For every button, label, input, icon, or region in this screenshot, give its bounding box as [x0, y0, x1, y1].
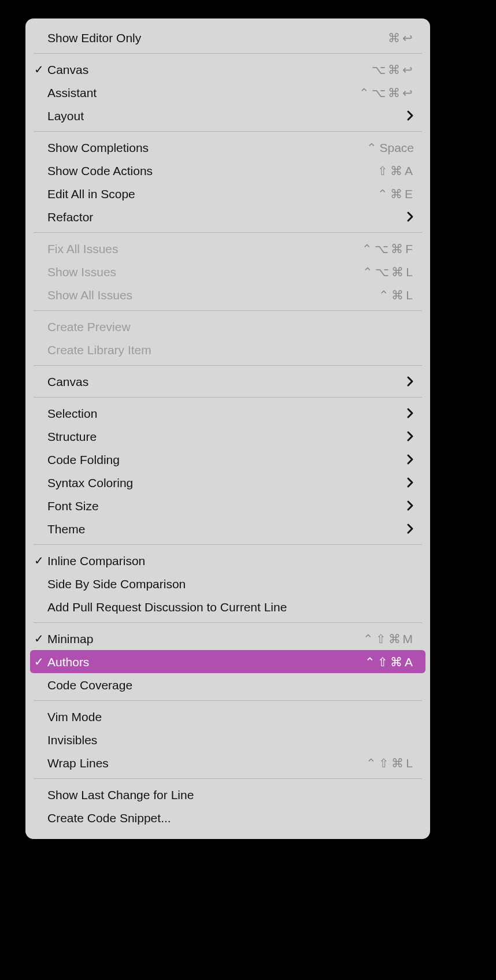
- menu-item-label: Code Coverage: [47, 679, 414, 691]
- shortcut: ⌃⇧⌘L: [366, 757, 414, 769]
- menu-item-label: Create Library Item: [47, 344, 414, 356]
- menu-item-label: Invisibles: [47, 734, 414, 746]
- menu-item-label: Add Pull Request Discussion to Current L…: [47, 601, 414, 613]
- menu-item-font-size[interactable]: Font Size: [30, 494, 425, 517]
- menu-item-label: Edit All in Scope: [47, 188, 377, 200]
- shortcut: ⌥⌘↩: [372, 64, 414, 76]
- chevron-right-icon: [406, 477, 414, 488]
- chevron-right-icon: [406, 211, 414, 222]
- menu-item-label: Show All Issues: [47, 289, 379, 301]
- menu-item-label: Refactor: [47, 211, 406, 223]
- menu-item-label: Selection: [47, 407, 406, 420]
- menu-item-label: Vim Mode: [47, 711, 414, 723]
- menu-item-label: Authors: [47, 656, 365, 668]
- menu-item-label: Create Code Snippet...: [47, 812, 414, 824]
- chevron-right-icon: [406, 523, 414, 534]
- menu-item-label: Create Preview: [47, 321, 414, 333]
- menu-item-label: Side By Side Comparison: [47, 578, 414, 590]
- menu-item-assistant[interactable]: Assistant⌃⌥⌘↩: [30, 81, 425, 104]
- chevron-right-icon: [406, 407, 414, 419]
- shortcut: ⌃⌥⌘F: [362, 243, 414, 255]
- menu-item-label: Canvas: [47, 64, 372, 76]
- menu-item-label: Inline Comparison: [47, 555, 414, 567]
- menu-separator: [34, 232, 422, 233]
- menu-group: Vim ModeInvisiblesWrap Lines⌃⇧⌘L: [25, 703, 430, 776]
- menu-item-show-last-change-for-line[interactable]: Show Last Change for Line: [30, 783, 425, 806]
- menu-item-inline-comparison[interactable]: ✓Inline Comparison: [30, 549, 425, 572]
- menu-item-fix-all-issues: Fix All Issues⌃⌥⌘F: [30, 237, 425, 260]
- menu-item-syntax-coloring[interactable]: Syntax Coloring: [30, 471, 425, 494]
- menu-group: Show Editor Only⌘↩: [25, 24, 430, 51]
- menu-item-refactor[interactable]: Refactor: [30, 205, 425, 228]
- menu-item-authors[interactable]: ✓Authors⌃⇧⌘A: [30, 650, 425, 673]
- menu-item-structure[interactable]: Structure: [30, 425, 425, 448]
- shortcut: ⌃⇧⌘M: [363, 633, 414, 645]
- menu-item-label: Assistant: [47, 87, 359, 99]
- menu-item-code-folding[interactable]: Code Folding: [30, 448, 425, 471]
- menu-separator: [34, 397, 422, 398]
- shortcut: ⌃⌥⌘↩: [359, 87, 414, 99]
- menu-item-show-all-issues: Show All Issues⌃⌘L: [30, 283, 425, 306]
- menu-item-show-editor-only[interactable]: Show Editor Only⌘↩: [30, 26, 425, 49]
- menu-item-canvas[interactable]: ✓Canvas⌥⌘↩: [30, 58, 425, 81]
- menu-item-show-code-actions[interactable]: Show Code Actions⇧⌘A: [30, 159, 425, 182]
- menu-separator: [34, 53, 422, 54]
- menu-item-show-issues: Show Issues⌃⌥⌘L: [30, 260, 425, 283]
- chevron-right-icon: [406, 500, 414, 511]
- checkmark-icon: ✓: [30, 633, 47, 644]
- menu-group: ✓Minimap⌃⇧⌘M✓Authors⌃⇧⌘ACode Coverage: [25, 625, 430, 698]
- menu-item-label: Show Editor Only: [47, 32, 388, 44]
- menu-item-side-by-side-comparison[interactable]: Side By Side Comparison: [30, 572, 425, 595]
- menu-separator: [34, 700, 422, 701]
- menu-group: SelectionStructureCode FoldingSyntax Col…: [25, 400, 430, 542]
- menu-item-label: Show Issues: [47, 266, 362, 278]
- menu-separator: [34, 544, 422, 545]
- shortcut: ⌃⌘L: [379, 289, 414, 301]
- menu-group: ✓Canvas⌥⌘↩Assistant⌃⌥⌘↩Layout: [25, 56, 430, 129]
- menu-item-minimap[interactable]: ✓Minimap⌃⇧⌘M: [30, 627, 425, 650]
- checkmark-icon: ✓: [30, 656, 47, 667]
- menu-separator: [34, 310, 422, 311]
- shortcut: ⌘↩: [388, 32, 414, 44]
- shortcut: ⇧⌘A: [377, 165, 414, 177]
- menu-item-add-pull-request-discussion-to-current-line[interactable]: Add Pull Request Discussion to Current L…: [30, 595, 425, 618]
- menu-item-edit-all-in-scope[interactable]: Edit All in Scope⌃⌘E: [30, 182, 425, 205]
- chevron-right-icon: [406, 110, 414, 121]
- chevron-right-icon: [406, 430, 414, 442]
- menu-item-create-preview: Create Preview: [30, 315, 425, 338]
- menu-item-label: Wrap Lines: [47, 757, 366, 769]
- shortcut: ⌃Space: [367, 142, 414, 154]
- menu-item-label: Canvas: [47, 376, 406, 388]
- menu-item-vim-mode[interactable]: Vim Mode: [30, 705, 425, 728]
- menu-item-show-completions[interactable]: Show Completions⌃Space: [30, 136, 425, 159]
- menu-item-code-coverage[interactable]: Code Coverage: [30, 673, 425, 696]
- chevron-right-icon: [406, 376, 414, 387]
- menu-group: ✓Inline ComparisonSide By Side Compariso…: [25, 547, 430, 620]
- menu-item-create-code-snippet[interactable]: Create Code Snippet...: [30, 806, 425, 829]
- menu-item-canvas[interactable]: Canvas: [30, 370, 425, 393]
- menu-item-create-library-item: Create Library Item: [30, 338, 425, 361]
- menu-item-label: Minimap: [47, 633, 363, 645]
- menu-item-invisibles[interactable]: Invisibles: [30, 728, 425, 751]
- shortcut: ⌃⇧⌘A: [365, 656, 414, 668]
- context-menu[interactable]: Show Editor Only⌘↩✓Canvas⌥⌘↩Assistant⌃⌥⌘…: [25, 18, 430, 839]
- menu-group: Fix All Issues⌃⌥⌘FShow Issues⌃⌥⌘LShow Al…: [25, 235, 430, 308]
- menu-item-wrap-lines[interactable]: Wrap Lines⌃⇧⌘L: [30, 751, 425, 774]
- menu-separator: [34, 778, 422, 779]
- menu-item-label: Show Completions: [47, 142, 367, 154]
- menu-item-theme[interactable]: Theme: [30, 517, 425, 540]
- menu-item-layout[interactable]: Layout: [30, 104, 425, 127]
- menu-item-label: Layout: [47, 110, 406, 122]
- checkmark-icon: ✓: [30, 555, 47, 566]
- chevron-right-icon: [406, 454, 414, 465]
- menu-item-label: Structure: [47, 430, 406, 443]
- menu-group: Show Last Change for LineCreate Code Sni…: [25, 781, 430, 831]
- checkmark-icon: ✓: [30, 64, 47, 75]
- menu-item-label: Show Last Change for Line: [47, 789, 414, 801]
- menu-item-label: Code Folding: [47, 454, 406, 466]
- menu-separator: [34, 365, 422, 366]
- menu-item-selection[interactable]: Selection: [30, 402, 425, 425]
- menu-group: Canvas: [25, 368, 430, 395]
- menu-separator: [34, 131, 422, 132]
- menu-separator: [34, 622, 422, 623]
